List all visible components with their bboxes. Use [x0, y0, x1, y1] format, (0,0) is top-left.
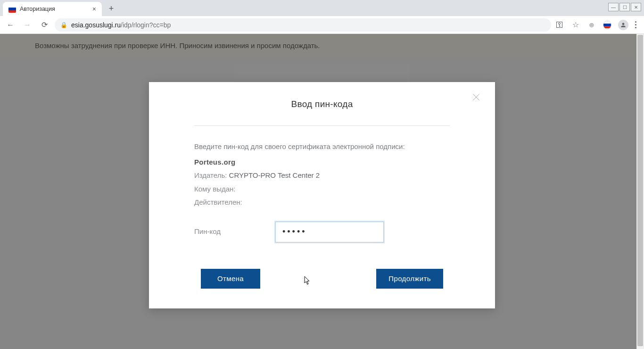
- certificate-subject: Кому выдан:: [194, 183, 450, 196]
- address-bar[interactable]: 🔒 esia.gosuslugi.ru/idp/rlogin?cc=bp: [55, 18, 551, 32]
- continue-button[interactable]: Продолжить: [376, 269, 443, 289]
- pin-input[interactable]: [275, 222, 384, 242]
- dialog-title: Ввод пин-кода: [194, 99, 450, 109]
- divider: [194, 125, 450, 126]
- extension-icon[interactable]: ☻: [587, 20, 596, 30]
- vertical-scrollbar[interactable]: [636, 34, 644, 349]
- window-minimize-button[interactable]: —: [608, 3, 619, 11]
- nav-back-button[interactable]: ←: [4, 18, 17, 32]
- profile-avatar-icon[interactable]: [618, 20, 628, 30]
- dialog-prompt: Введите пин-код для своего сертификата э…: [194, 140, 450, 154]
- window-maximize-button[interactable]: ☐: [619, 3, 630, 11]
- browser-toolbar: ← → ⟳ 🔒 esia.gosuslugi.ru/idp/rlogin?cc=…: [0, 16, 644, 34]
- cancel-button[interactable]: Отмена: [201, 269, 260, 289]
- bookmark-star-icon[interactable]: ☆: [571, 20, 580, 30]
- window-close-button[interactable]: ✕: [631, 3, 641, 11]
- pin-entry-dialog: Ввод пин-кода Введите пин-код для своего…: [149, 82, 495, 308]
- browser-tab-active[interactable]: Авторизация ×: [3, 2, 102, 16]
- certificate-issuer: Издатель: CRYPTO-PRO Test Center 2: [194, 169, 450, 183]
- russia-flag-icon[interactable]: [603, 21, 611, 29]
- scrollbar-thumb[interactable]: [637, 35, 643, 346]
- pin-field-label: Пин-код: [194, 225, 275, 239]
- key-icon[interactable]: ⚿: [555, 20, 564, 30]
- certificate-name: Porteus.org: [194, 156, 450, 169]
- dialog-close-button[interactable]: [471, 92, 481, 104]
- browser-tabstrip: Авторизация × + — ☐ ✕: [0, 0, 644, 16]
- window-controls: — ☐ ✕: [608, 3, 641, 11]
- browser-menu-button[interactable]: [635, 21, 636, 28]
- nav-forward-button[interactable]: →: [21, 18, 34, 32]
- tab-close-icon[interactable]: ×: [92, 5, 96, 13]
- russia-flag-icon: [8, 5, 16, 13]
- certificate-validity: Действителен:: [194, 196, 450, 209]
- new-tab-button[interactable]: +: [105, 2, 118, 15]
- lock-icon: 🔒: [60, 22, 67, 28]
- tab-title: Авторизация: [20, 6, 55, 12]
- page-viewport: Возможны затруднения при проверке ИНН. П…: [0, 34, 644, 349]
- url-text: esia.gosuslugi.ru/idp/rlogin?cc=bp: [71, 21, 171, 29]
- nav-reload-button[interactable]: ⟳: [38, 18, 51, 32]
